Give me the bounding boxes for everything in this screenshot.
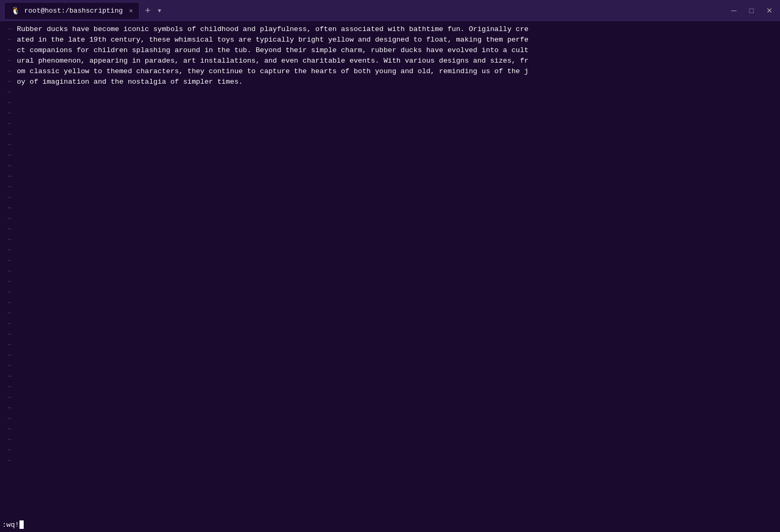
tilde-marker: ~ <box>0 329 15 340</box>
tilde-marker: ~ <box>0 298 15 308</box>
command-line: :wq! <box>0 517 780 532</box>
tilde-marker: ~ <box>0 277 15 287</box>
tilde-marker: ~ <box>0 256 15 266</box>
tilde-marker: ~ <box>0 172 15 182</box>
window-controls: ─ □ ✕ <box>728 6 776 15</box>
tilde-marker: ~ <box>0 87 15 98</box>
terminal-tab-title: root@host:/bashscripting <box>24 7 123 15</box>
tilde-marker: ~ <box>0 150 15 161</box>
maximize-button[interactable]: □ <box>746 6 757 15</box>
tab-dropdown-button[interactable]: ▾ <box>156 7 163 14</box>
terminal-text[interactable]: Rubber ducks have become iconic symbols … <box>15 23 780 530</box>
tilde-marker: ~ <box>0 77 15 87</box>
tilde-marker: ~ <box>0 119 15 129</box>
tilde-marker: ~ <box>0 361 15 372</box>
tilde-marker: ~ <box>0 66 15 77</box>
tilde-marker: ~ <box>0 308 15 319</box>
terminal-body: ~~~~~~~~~~~~~~~~~~~~~~~~~~~~~~~~~~~~~~~~… <box>0 21 780 532</box>
tilde-marker: ~ <box>0 403 15 414</box>
line-numbers: ~~~~~~~~~~~~~~~~~~~~~~~~~~~~~~~~~~~~~~~~… <box>0 23 15 530</box>
content-area: ~~~~~~~~~~~~~~~~~~~~~~~~~~~~~~~~~~~~~~~~… <box>0 23 780 530</box>
tilde-marker: ~ <box>0 24 15 35</box>
vim-command: :wq! <box>2 521 19 529</box>
tilde-marker: ~ <box>0 224 15 235</box>
tilde-marker: ~ <box>0 424 15 435</box>
tilde-marker: ~ <box>0 35 15 45</box>
tab-area: 🐧 root@host:/bashscripting ✕ + ▾ <box>4 2 728 19</box>
tilde-marker: ~ <box>0 161 15 172</box>
tilde-marker: ~ <box>0 214 15 224</box>
tab-close-button[interactable]: ✕ <box>129 7 133 15</box>
tilde-marker: ~ <box>0 414 15 424</box>
tilde-marker: ~ <box>0 182 15 193</box>
tilde-marker: ~ <box>0 340 15 350</box>
tilde-marker: ~ <box>0 435 15 445</box>
tilde-marker: ~ <box>0 456 15 466</box>
close-button[interactable]: ✕ <box>763 6 776 15</box>
terminal-tab-icon: 🐧 <box>11 6 20 15</box>
new-tab-button[interactable]: + <box>142 6 154 15</box>
tilde-marker: ~ <box>0 45 15 56</box>
title-bar: 🐧 root@host:/bashscripting ✕ + ▾ ─ □ ✕ <box>0 0 780 21</box>
tilde-marker: ~ <box>0 129 15 140</box>
tilde-marker: ~ <box>0 372 15 382</box>
tilde-marker: ~ <box>0 235 15 245</box>
tilde-marker: ~ <box>0 393 15 403</box>
tilde-marker: ~ <box>0 98 15 108</box>
tilde-marker: ~ <box>0 140 15 150</box>
tilde-marker: ~ <box>0 193 15 203</box>
tilde-marker: ~ <box>0 445 15 456</box>
terminal-tab[interactable]: 🐧 root@host:/bashscripting ✕ <box>4 2 139 19</box>
tilde-marker: ~ <box>0 203 15 214</box>
tilde-marker: ~ <box>0 382 15 393</box>
tilde-marker: ~ <box>0 266 15 277</box>
cursor <box>19 520 24 529</box>
tilde-marker: ~ <box>0 319 15 329</box>
minimize-button[interactable]: ─ <box>728 6 740 15</box>
tilde-marker: ~ <box>0 245 15 256</box>
tilde-marker: ~ <box>0 350 15 361</box>
tilde-marker: ~ <box>0 56 15 66</box>
tilde-marker: ~ <box>0 108 15 119</box>
tilde-marker: ~ <box>0 287 15 298</box>
